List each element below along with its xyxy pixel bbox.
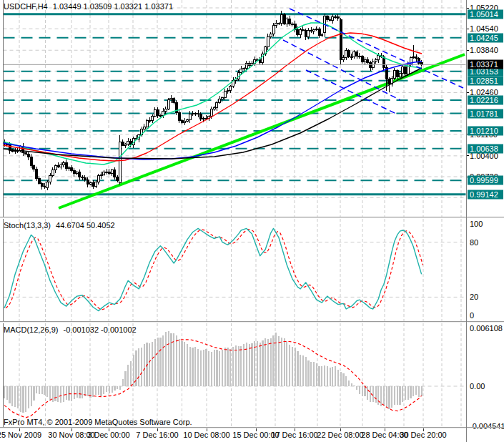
macd-histogram-bar [28,386,29,408]
macd-histogram-bar [194,347,196,386]
candle-body [222,98,224,99]
candle-body [289,19,291,24]
macd-histogram-bar [364,386,365,396]
macd-histogram-bar [20,386,21,412]
candle-body [332,16,334,20]
candle-body [154,109,156,116]
macd-histogram-bar [165,332,167,386]
macd-histogram-bar [211,352,212,386]
candle-body [278,23,280,24]
macd-histogram-bar [281,338,282,386]
macd-histogram-bar [6,386,8,400]
candle-body [146,121,148,127]
candle-body [81,177,84,178]
time-axis-label: 17 Dec 16:00 [271,431,317,439]
candle-body [49,175,51,182]
candle-body [36,170,38,179]
candle-body [353,52,355,57]
candle-body [342,57,345,60]
candle-body [229,87,232,91]
candle-body [51,170,54,176]
macd-histogram-bar [22,386,24,413]
grid-layer [4,0,466,217]
macd-histogram-bar [295,348,296,386]
macd-histogram-bar [232,347,234,386]
macd-histogram-bar [227,348,228,386]
macd-histogram-bar [318,366,320,386]
candle-body [202,119,204,119]
platform-copyright: FxPro MT4, © 2001-2009 MetaQuotes Softwa… [4,418,192,426]
candle-body [270,34,272,37]
macd-histogram-bar [109,386,110,393]
macd-histogram-bar [4,386,5,398]
macd-histogram-bar [98,386,99,395]
macd-histogram-bar [44,386,45,395]
macd-canvas[interactable] [0,323,466,427]
macd-axis-label: 0.00 [470,382,485,391]
macd-histogram-bar [316,363,317,386]
macd-histogram-bar [249,344,250,386]
candle-body [361,56,363,62]
macd-histogram-bar [356,386,357,390]
candle-body [307,30,310,37]
macd-histogram-bar [159,338,161,386]
macd-histogram-bar [216,350,217,386]
candle-body [46,182,49,187]
macd-axis-label: 0.006108 [470,324,503,333]
candle-body [329,19,331,20]
macd-histogram-bar [54,386,56,401]
stochastic-canvas[interactable] [0,219,466,321]
macd-histogram-bar [375,386,377,403]
candle-body [79,172,81,177]
macd-histogram-bar [267,339,269,386]
candle-body [106,172,108,172]
candle-body [184,121,186,122]
macd-histogram-bar [388,386,390,409]
candle-body [302,30,304,31]
macd-histogram-bar [321,366,322,386]
candle-body [359,56,361,57]
macd-histogram-bar [405,386,406,400]
candle-body [159,115,162,116]
candle-body [313,29,315,31]
candle-body [216,102,218,108]
macd-histogram-bar [340,372,342,386]
main-chart-canvas[interactable] [0,0,466,217]
candle-body [315,29,317,30]
candle-body [347,51,350,57]
macd-histogram-bar [332,367,333,386]
macd-histogram-bar [351,383,352,386]
macd-histogram-bar [39,386,40,394]
macd-histogram-bar [305,357,307,386]
candle-body [286,19,288,24]
macd-histogram-bar [81,386,83,398]
stochastic-values: 44.6704 50.4052 [56,221,115,230]
candle-body [205,118,207,119]
candle-body [97,176,99,182]
macd-histogram-bar [60,386,61,403]
candle-body [30,157,32,166]
candle-body [38,179,40,184]
macd-histogram-bar [399,386,400,405]
macd-histogram-bar [184,342,185,386]
candle-body [76,172,78,174]
candle-body [84,178,87,180]
macd-histogram-bar [324,365,325,386]
macd-histogram-bar [415,386,417,395]
candle-body [402,67,404,74]
price-axis-label: 1.04540 [470,24,498,33]
candle-body [117,177,119,181]
macd-histogram-bar [157,338,159,386]
macd-histogram-bar [292,347,293,386]
candle-body [194,114,197,114]
macd-histogram-bar [335,366,336,386]
macd-histogram-bar [122,379,124,386]
candle-body [68,167,70,168]
macd-histogram-bar [286,341,287,386]
macd-histogram-bar [238,346,239,386]
macd-histogram-bar [106,386,107,392]
macd-histogram-bar [330,368,331,386]
candle-body [119,142,121,183]
macd-histogram-bar [57,386,59,402]
macd-histogram-bar [300,355,301,386]
